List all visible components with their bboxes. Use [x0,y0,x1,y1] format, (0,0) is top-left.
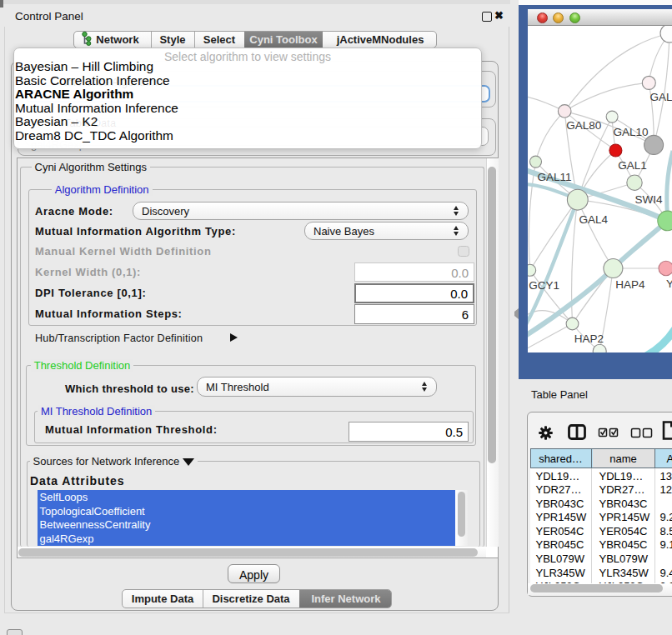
svg-text:GAL10: GAL10 [614,126,649,138]
svg-text:Y: Y [666,278,672,290]
svg-text:GAL1: GAL1 [618,159,647,172]
svg-text:GAL4: GAL4 [579,213,609,226]
svg-text:HAP2: HAP2 [574,332,604,345]
svg-text:GAL80: GAL80 [566,119,601,132]
svg-text:HAP4: HAP4 [615,278,645,291]
svg-text:GAL: GAL [650,91,672,103]
svg-text:GAL11: GAL11 [538,171,572,183]
svg-text:GCY1: GCY1 [529,279,559,292]
svg-text:SWI4: SWI4 [635,193,663,206]
